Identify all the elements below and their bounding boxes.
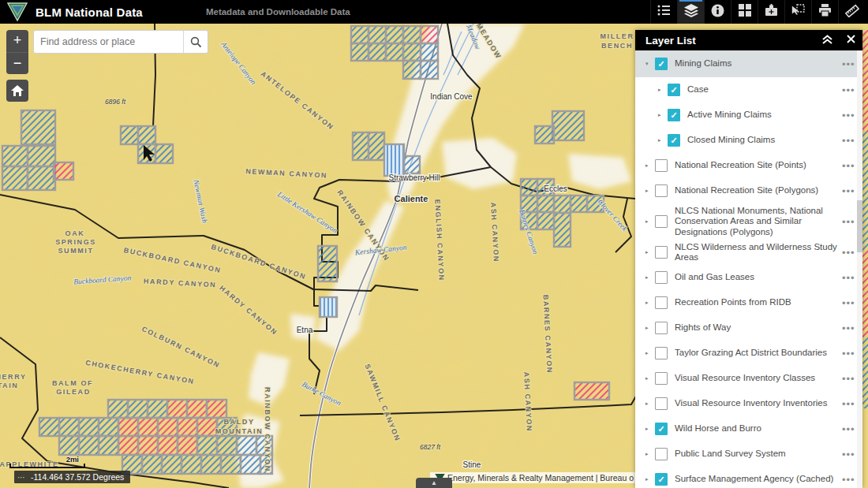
active-mining-claim[interactable]	[369, 132, 384, 160]
layer-label[interactable]: Rights of Way	[675, 322, 842, 333]
closed-mining-claim[interactable]	[197, 418, 217, 436]
layer-row-taylor-grazing-act-district-boundaries[interactable]: ▸Taylor Grazing Act District Boundaries•…	[635, 341, 862, 366]
search-box[interactable]	[33, 30, 208, 54]
layer-label[interactable]: NLCS Wilderness and Wilderness Study Are…	[675, 242, 842, 263]
layer-row-nlcs-national-monuments-national-conserv[interactable]: ▸NLCS National Monuments, National Conse…	[635, 203, 862, 240]
closed-mining-claim[interactable]	[118, 418, 138, 436]
layer-label[interactable]: Visual Resource Inventory Inventories	[675, 398, 842, 408]
active-mining-claim[interactable]	[320, 297, 337, 317]
active-mining-claim[interactable]	[535, 126, 554, 143]
layer-row-wild-horse-and-burro[interactable]: ▸✓Wild Horse and Burro•••	[635, 416, 862, 441]
layer-row-visual-resource-inventory-classes[interactable]: ▸Visual Resource Inventory Classes•••	[635, 366, 862, 391]
legend-tool-button[interactable]	[650, 0, 677, 24]
panel-scrollbar[interactable]	[857, 50, 862, 488]
active-mining-claim[interactable]	[421, 43, 438, 61]
active-mining-claim[interactable]	[99, 436, 118, 455]
closed-mining-claim[interactable]	[207, 400, 226, 418]
active-mining-claim[interactable]	[369, 43, 386, 61]
layer-label[interactable]: Case	[687, 84, 842, 95]
closed-mining-claim[interactable]	[421, 26, 438, 43]
active-mining-claim[interactable]	[404, 156, 420, 173]
active-mining-claim[interactable]	[386, 43, 403, 61]
active-mining-claim[interactable]	[554, 213, 571, 247]
active-mining-claim[interactable]	[554, 196, 571, 213]
closed-mining-claim[interactable]	[54, 162, 73, 180]
home-button[interactable]	[6, 80, 28, 102]
active-mining-claim[interactable]	[148, 400, 167, 418]
layer-label[interactable]: Surface Management Agency (Cached)	[675, 474, 842, 484]
layer-checkbox[interactable]	[655, 397, 668, 410]
active-mining-claim[interactable]	[28, 146, 55, 166]
closed-mining-claim[interactable]	[178, 418, 197, 436]
layer-label[interactable]: Active Mining Claims	[687, 110, 842, 120]
expand-arrow-icon[interactable]: ▸	[645, 426, 655, 432]
collapse-arrow-icon[interactable]: ▾	[645, 61, 655, 67]
zoom-in-button[interactable]: +	[6, 30, 28, 53]
active-mining-claim[interactable]	[197, 436, 217, 455]
layers-tool-button[interactable]	[677, 0, 704, 24]
active-mining-claim[interactable]	[403, 43, 421, 61]
active-mining-claim[interactable]	[571, 196, 587, 212]
layer-row-national-recreation-site-points[interactable]: ▸National Recreation Site (Points)•••	[635, 153, 862, 178]
closed-mining-claim[interactable]	[138, 436, 158, 455]
active-mining-claim[interactable]	[221, 455, 241, 474]
close-panel-button[interactable]	[839, 35, 862, 46]
layer-label[interactable]: Mining Claims	[675, 58, 842, 69]
active-mining-claim[interactable]	[386, 26, 403, 43]
expand-arrow-icon[interactable]: ▸	[645, 300, 655, 306]
select-tool-button[interactable]	[784, 0, 811, 24]
layer-checkbox[interactable]	[655, 296, 668, 309]
active-mining-claim[interactable]	[21, 110, 55, 144]
active-mining-claim[interactable]	[79, 436, 99, 455]
layer-label[interactable]: Recreation Points from RIDB	[675, 297, 842, 307]
closed-mining-claim[interactable]	[118, 436, 138, 455]
active-mining-claim[interactable]	[155, 144, 173, 163]
active-mining-claim[interactable]	[2, 166, 28, 190]
layer-checkbox[interactable]	[655, 246, 668, 259]
expand-arrow-icon[interactable]: ▸	[645, 400, 655, 407]
active-mining-claim[interactable]	[421, 61, 438, 79]
layer-label[interactable]: NLCS National Monuments, National Conser…	[675, 206, 842, 237]
layer-label[interactable]: Closed Mining Claims	[687, 135, 842, 145]
layer-checkbox[interactable]	[655, 322, 668, 334]
layer-row-nlcs-wilderness-and-wilderness-study-are[interactable]: ▸NLCS Wilderness and Wilderness Study Ar…	[635, 240, 862, 265]
active-mining-claim[interactable]	[79, 418, 99, 436]
closed-mining-claim[interactable]	[158, 418, 178, 436]
active-mining-claim[interactable]	[59, 418, 79, 436]
active-mining-claim[interactable]	[552, 111, 584, 140]
active-mining-claim[interactable]	[237, 436, 256, 455]
active-mining-claim[interactable]	[369, 26, 386, 43]
layer-checkbox[interactable]	[655, 347, 668, 359]
active-mining-claim[interactable]	[537, 196, 554, 212]
active-mining-claim[interactable]	[99, 418, 118, 436]
layer-label[interactable]: National Recreation Site (Points)	[675, 160, 842, 170]
active-mining-claim[interactable]	[521, 179, 537, 196]
expand-arrow-icon[interactable]: ▸	[645, 274, 655, 281]
active-mining-claim[interactable]	[39, 418, 59, 436]
expand-arrow-icon[interactable]: ▸	[645, 162, 655, 169]
layer-row-national-recreation-site-polygons[interactable]: ▸National Recreation Site (Polygons)•••	[635, 178, 862, 203]
layer-checkbox[interactable]	[655, 448, 668, 460]
active-mining-claim[interactable]	[142, 455, 162, 474]
layer-checkbox[interactable]: ✓	[655, 423, 668, 435]
layer-row-oil-and-gas-leases[interactable]: ▸Oil and Gas Leases•••	[635, 265, 862, 290]
layer-label[interactable]: Wild Horse and Burro	[675, 423, 842, 434]
measure-tool-button[interactable]	[838, 0, 865, 24]
active-mining-claim[interactable]	[351, 26, 369, 43]
basemap-gallery-tool-button[interactable]	[731, 0, 758, 24]
closed-mining-claim[interactable]	[158, 436, 178, 455]
closed-mining-claim[interactable]	[574, 382, 609, 400]
active-mining-claim[interactable]	[353, 132, 369, 160]
active-mining-claim[interactable]	[162, 455, 181, 474]
expand-arrow-icon[interactable]: ▸	[658, 137, 668, 143]
layer-checkbox[interactable]	[655, 159, 668, 172]
closed-mining-claim[interactable]	[187, 400, 207, 418]
layer-row-recreation-points-from-ridb[interactable]: ▸Recreation Points from RIDB•••	[635, 290, 862, 315]
active-mining-claim[interactable]	[201, 455, 221, 474]
layer-checkbox[interactable]: ✓	[668, 134, 680, 147]
layer-checkbox[interactable]	[655, 215, 668, 228]
expand-arrow-icon[interactable]: ▸	[658, 112, 668, 118]
closed-mining-claim[interactable]	[138, 418, 158, 436]
active-mining-claim[interactable]	[2, 146, 28, 166]
active-mining-claim[interactable]	[318, 246, 337, 281]
